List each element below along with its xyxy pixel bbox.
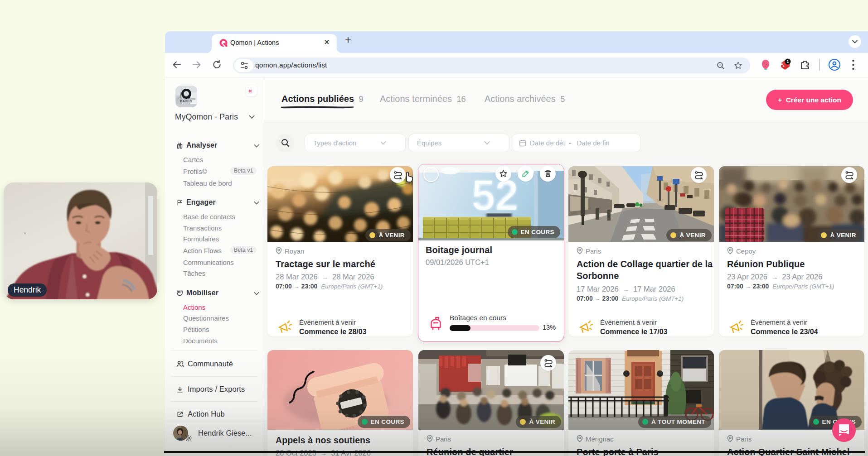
svg-text:52: 52: [472, 172, 518, 218]
svg-text:PARIS: PARIS: [180, 99, 193, 103]
svg-text:1: 1: [786, 59, 789, 64]
